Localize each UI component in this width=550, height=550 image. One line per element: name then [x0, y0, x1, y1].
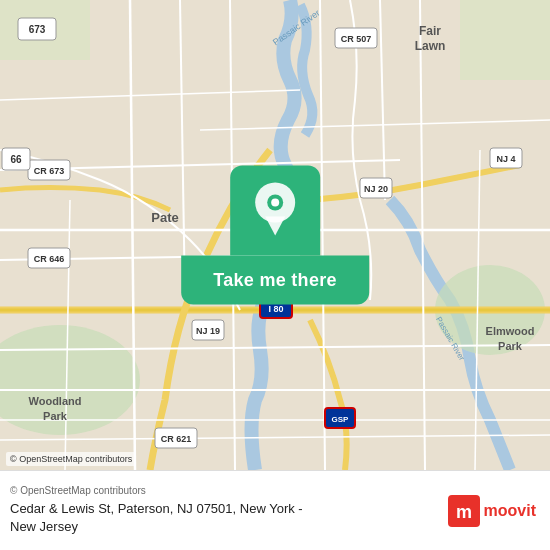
svg-text:GSP: GSP: [332, 415, 350, 424]
svg-text:I 80: I 80: [268, 304, 283, 314]
svg-rect-4: [460, 0, 550, 80]
moovit-text: moovit: [484, 502, 536, 520]
take-me-there-button[interactable]: Take me there: [181, 256, 369, 305]
svg-text:NJ 19: NJ 19: [196, 326, 220, 336]
svg-text:CR 673: CR 673: [34, 166, 65, 176]
openstreetmap-credit: © OpenStreetMap contributors: [10, 485, 448, 496]
moovit-icon: m: [448, 495, 480, 527]
svg-text:Fair: Fair: [419, 24, 441, 38]
map-container: CR 673 NJ 4 CR 646 NJ 19 NJ 20 I 80 GSP …: [0, 0, 550, 470]
moovit-logo: m moovit: [448, 495, 536, 527]
svg-text:CR 646: CR 646: [34, 254, 65, 264]
location-pin-box: [230, 166, 320, 256]
footer-text: © OpenStreetMap contributors Cedar & Lew…: [10, 485, 448, 536]
svg-text:CR 507: CR 507: [341, 34, 372, 44]
svg-text:Park: Park: [498, 340, 523, 352]
location-pin-icon: [250, 181, 300, 241]
svg-text:Woodland: Woodland: [29, 395, 82, 407]
svg-text:Elmwood: Elmwood: [486, 325, 535, 337]
map-attribution-overlay: © OpenStreetMap contributors: [6, 452, 136, 466]
footer: © OpenStreetMap contributors Cedar & Lew…: [0, 470, 550, 550]
svg-text:m: m: [456, 502, 472, 522]
svg-point-58: [271, 199, 279, 207]
svg-marker-56: [265, 217, 285, 236]
svg-text:Lawn: Lawn: [415, 39, 446, 53]
address-line: Cedar & Lewis St, Paterson, NJ 07501, Ne…: [10, 500, 448, 536]
svg-text:Pate: Pate: [151, 210, 178, 225]
svg-text:66: 66: [10, 154, 22, 165]
svg-text:NJ 4: NJ 4: [496, 154, 515, 164]
svg-text:Park: Park: [43, 410, 68, 422]
navigation-button-overlay: Take me there: [181, 166, 369, 305]
svg-text:CR 621: CR 621: [161, 434, 192, 444]
svg-text:673: 673: [29, 24, 46, 35]
